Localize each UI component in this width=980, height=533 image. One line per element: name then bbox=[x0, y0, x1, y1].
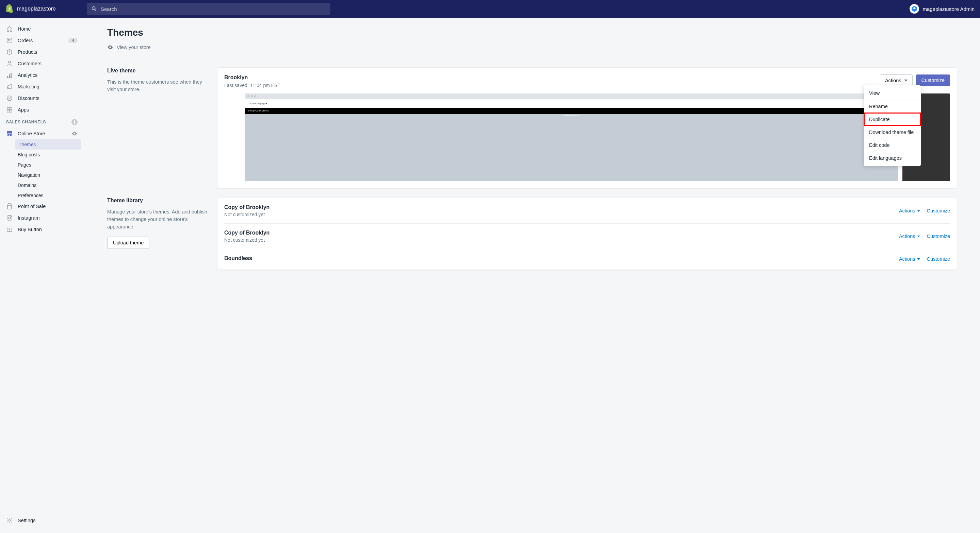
subnav-navigation[interactable]: Navigation bbox=[0, 170, 81, 180]
nav-label: Home bbox=[18, 26, 31, 32]
library-description: Manage your store's themes. Add and publ… bbox=[107, 208, 209, 230]
last-saved: Last saved: 11:04 pm EST bbox=[224, 82, 280, 88]
nav-buy-button[interactable]: Buy Button bbox=[0, 224, 84, 235]
lib-actions-link[interactable]: Actions bbox=[899, 233, 920, 239]
svg-rect-8 bbox=[10, 108, 12, 109]
nav-products[interactable]: Products bbox=[0, 46, 84, 58]
store-icon bbox=[6, 130, 13, 137]
lib-customize-link[interactable]: Customize bbox=[927, 233, 950, 239]
svg-rect-4 bbox=[11, 73, 11, 78]
nav-label: Instagram bbox=[18, 215, 40, 220]
nav-discounts[interactable]: Discounts bbox=[0, 92, 84, 104]
library-heading: Theme library bbox=[107, 197, 209, 204]
user-menu[interactable]: mageplazastore Admin bbox=[910, 4, 975, 14]
lib-actions-link[interactable]: Actions bbox=[899, 208, 920, 214]
nav-orders[interactable]: Orders 4 bbox=[0, 35, 84, 46]
live-theme-heading: Live theme bbox=[107, 68, 209, 74]
dropdown-duplicate[interactable]: Duplicate bbox=[864, 113, 921, 126]
analytics-icon bbox=[6, 72, 13, 79]
nav-label: Customers bbox=[18, 61, 41, 66]
svg-point-12 bbox=[8, 217, 11, 219]
nav-label: Online Store bbox=[18, 131, 45, 136]
svg-rect-5 bbox=[7, 78, 12, 78]
subnav-domains[interactable]: Domains bbox=[0, 180, 81, 190]
library-item: Boundless Actions Customize bbox=[224, 249, 950, 263]
theme-name: Brooklyn bbox=[224, 75, 280, 81]
nav-label: Analytics bbox=[18, 72, 37, 78]
nav-marketing[interactable]: Marketing bbox=[0, 81, 84, 92]
settings-icon bbox=[6, 517, 13, 524]
customize-button[interactable]: Customize bbox=[916, 75, 950, 86]
nav-apps[interactable]: Apps bbox=[0, 104, 84, 116]
lib-theme-name: Copy of Brooklyn bbox=[224, 204, 269, 210]
nav-instagram[interactable]: Instagram bbox=[0, 212, 84, 224]
svg-rect-2 bbox=[7, 76, 8, 78]
sales-channels-header: SALES CHANNELS bbox=[0, 116, 84, 128]
apps-icon bbox=[6, 106, 13, 113]
view-store-link[interactable]: View your store bbox=[107, 44, 957, 58]
caret-down-icon bbox=[917, 236, 920, 237]
nav-home[interactable]: Home bbox=[0, 23, 84, 35]
nav-label: Discounts bbox=[18, 95, 40, 101]
marketing-icon bbox=[6, 83, 13, 90]
store-name: mageplazastore bbox=[17, 6, 56, 12]
buy-icon bbox=[6, 226, 13, 233]
search-input[interactable] bbox=[101, 6, 326, 12]
add-channel-icon[interactable] bbox=[72, 119, 78, 125]
live-theme-description: This is the theme customers see when the… bbox=[107, 79, 209, 94]
svg-rect-3 bbox=[9, 75, 10, 78]
nav-label: Apps bbox=[18, 107, 29, 113]
orders-icon bbox=[6, 37, 13, 44]
lib-customize-link[interactable]: Customize bbox=[927, 256, 950, 262]
lib-customize-link[interactable]: Customize bbox=[927, 208, 950, 214]
nav-analytics[interactable]: Analytics bbox=[0, 69, 84, 81]
home-icon bbox=[6, 25, 13, 32]
caret-down-icon bbox=[917, 210, 920, 212]
nav-customers[interactable]: Customers bbox=[0, 58, 84, 69]
nav-label: Marketing bbox=[18, 84, 40, 89]
topbar: mageplazastore mageplazastore Admin bbox=[0, 0, 980, 17]
instagram-icon bbox=[6, 214, 13, 221]
dropdown-edit-code[interactable]: Edit code bbox=[864, 139, 921, 152]
lib-actions-link[interactable]: Actions bbox=[899, 256, 920, 262]
customers-icon bbox=[6, 60, 13, 67]
view-store-icon[interactable] bbox=[72, 130, 78, 136]
lib-theme-name: Copy of Brooklyn bbox=[224, 230, 269, 236]
caret-down-icon bbox=[917, 259, 920, 260]
eye-icon bbox=[107, 44, 113, 50]
nav-pos[interactable]: Point of Sale bbox=[0, 201, 84, 212]
subnav-themes[interactable]: Themes bbox=[15, 140, 81, 149]
subnav-blog[interactable]: Blog posts bbox=[0, 149, 81, 160]
orders-badge: 4 bbox=[68, 38, 78, 43]
nav-settings[interactable]: Settings bbox=[0, 515, 84, 526]
preview-desktop: ▸ Select Language ▾ Announce something h… bbox=[245, 94, 898, 181]
pos-icon bbox=[6, 203, 13, 210]
nav-label: Buy Button bbox=[18, 227, 42, 232]
svg-rect-10 bbox=[10, 110, 12, 112]
search-icon bbox=[91, 6, 97, 12]
store-logo-area[interactable]: mageplazastore bbox=[5, 4, 87, 14]
discounts-icon bbox=[6, 95, 13, 102]
actions-button[interactable]: Actions bbox=[880, 75, 913, 87]
library-item: Copy of Brooklyn Not customized yet Acti… bbox=[224, 204, 950, 224]
dropdown-download[interactable]: Download theme file bbox=[864, 126, 921, 139]
dropdown-rename[interactable]: Rename bbox=[864, 100, 921, 113]
dropdown-view[interactable]: View bbox=[864, 87, 921, 100]
live-theme-info: Live theme This is the theme customers s… bbox=[107, 68, 209, 188]
upload-theme-button[interactable]: Upload theme bbox=[107, 236, 150, 249]
svg-rect-7 bbox=[7, 108, 9, 109]
nav-label: Orders bbox=[18, 38, 33, 43]
dropdown-edit-languages[interactable]: Edit languages bbox=[864, 152, 921, 165]
library-info: Theme library Manage your store's themes… bbox=[107, 197, 209, 270]
nav-label: Point of Sale bbox=[18, 204, 46, 209]
subnav-preferences[interactable]: Preferences bbox=[0, 190, 81, 201]
subnav-pages[interactable]: Pages bbox=[0, 160, 81, 170]
lib-theme-name: Boundless bbox=[224, 255, 252, 262]
avatar-icon bbox=[910, 4, 919, 14]
admin-name: mageplazastore Admin bbox=[923, 6, 975, 12]
lib-theme-status: Not customized yet bbox=[224, 212, 269, 217]
nav-online-store[interactable]: Online Store bbox=[0, 128, 84, 140]
sidebar: Home Orders 4 Products Customers Analyti… bbox=[0, 17, 84, 533]
library-item: Copy of Brooklyn Not customized yet Acti… bbox=[224, 224, 950, 249]
search-box[interactable] bbox=[87, 3, 331, 15]
